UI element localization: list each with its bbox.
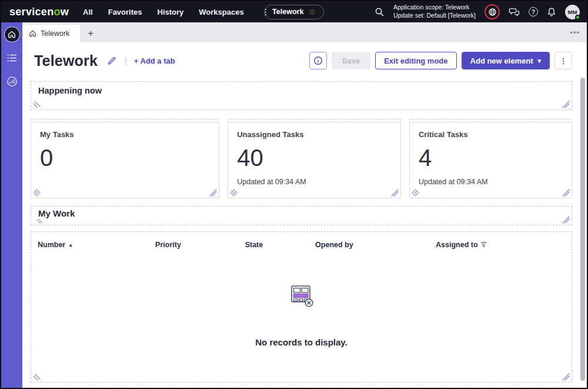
drag-handle-icon[interactable] — [33, 100, 41, 108]
info-button[interactable] — [309, 52, 327, 69]
table-empty-state: No records to display. — [31, 255, 572, 382]
my-work-table[interactable]: Number ▲ Priority State Opened by — [31, 231, 572, 383]
column-header-state[interactable]: State — [240, 241, 310, 249]
workspace-pill-label: Telework — [272, 8, 303, 16]
kpi-cards-row: My Tasks 0 — [31, 119, 572, 198]
add-new-element-button[interactable]: Add new element ▾ — [462, 52, 550, 69]
filter-funnel-icon[interactable] — [481, 242, 486, 248]
card-value: 0 — [40, 146, 210, 169]
workspace-pill[interactable]: Telework ☆ — [264, 5, 324, 19]
page-header: Telework | + Add a tab — [34, 52, 572, 69]
card-title: Critical Tasks — [419, 130, 563, 139]
card-cell: Unassigned Tasks 40 Updated at 09:34 AM — [228, 119, 401, 198]
card-updated-text: Updated at 09:34 AM — [419, 178, 487, 186]
vertical-scrollbar[interactable] — [580, 78, 585, 381]
happening-now-section[interactable]: Happening now — [31, 81, 572, 110]
happening-now-title: Happening now — [38, 86, 564, 95]
resize-handle-icon[interactable] — [209, 188, 217, 197]
no-records-message: No records to display. — [255, 337, 347, 347]
header-actions: Save Exit editing mode Add new element ▾… — [309, 52, 572, 69]
my-tasks-card[interactable]: My Tasks 0 — [31, 122, 219, 198]
resize-handle-icon[interactable] — [562, 188, 570, 197]
page-title: Telework — [34, 52, 98, 69]
app-window: servicenow All Favorites History Workspa… — [0, 0, 588, 389]
card-value: 4 — [419, 146, 563, 169]
card-cell: My Tasks 0 — [31, 119, 219, 198]
column-header-priority[interactable]: Priority — [151, 241, 240, 249]
favorite-star-icon[interactable]: ☆ — [308, 8, 316, 16]
resize-handle-icon[interactable] — [390, 188, 399, 197]
sidebar-list-icon[interactable] — [7, 54, 17, 65]
notifications-bell-icon[interactable] — [547, 7, 556, 17]
column-header-opened-by[interactable]: Opened by — [310, 241, 431, 249]
card-title: Unassigned Tasks — [237, 130, 392, 139]
card-updated-text: Updated at 09:34 AM — [237, 178, 306, 186]
column-header-number[interactable]: Number ▲ — [31, 241, 151, 249]
search-icon[interactable] — [375, 7, 385, 17]
card-title: My Tasks — [40, 130, 210, 139]
sidebar-analytics-icon[interactable] — [6, 76, 18, 89]
top-header-bar: servicenow All Favorites History Workspa… — [1, 1, 587, 22]
caret-down-icon: ▾ — [537, 57, 541, 65]
resize-handle-icon[interactable] — [562, 373, 570, 381]
drag-handle-icon[interactable] — [412, 188, 420, 197]
avatar-initials: MM — [568, 9, 577, 15]
header-utilities: Application scope: Telework Update set: … — [375, 4, 580, 19]
tab-label: Telework — [41, 29, 69, 38]
drag-handle-icon[interactable] — [36, 216, 44, 224]
critical-tasks-card[interactable]: Critical Tasks 4 Updated at 09:34 AM — [409, 122, 572, 198]
unassigned-tasks-card[interactable]: Unassigned Tasks 40 Updated at 09:34 AM — [228, 122, 401, 198]
table-header-row: Number ▲ Priority State Opened by — [31, 232, 572, 255]
nav-favorites[interactable]: Favorites — [108, 8, 142, 16]
tab-telework[interactable]: Telework — [22, 25, 80, 42]
scope-line: Application scope: Telework — [393, 4, 476, 12]
drag-handle-icon[interactable] — [33, 188, 41, 197]
logo-green-o: o — [54, 6, 60, 18]
tab-overflow-ellipsis-icon[interactable]: ••• — [570, 28, 580, 36]
my-work-title: My Work — [38, 208, 564, 218]
sort-ascending-icon[interactable]: ▲ — [68, 242, 73, 248]
my-work-section[interactable]: My Work — [31, 206, 572, 225]
header-divider: | — [125, 56, 127, 65]
primary-nav: All Favorites History Workspaces ⋮ — [83, 7, 270, 16]
chat-icon[interactable] — [509, 7, 520, 17]
help-icon[interactable]: ? — [529, 7, 538, 16]
no-records-table-icon — [288, 284, 316, 308]
save-button[interactable]: Save — [332, 52, 370, 69]
drag-handle-icon[interactable] — [230, 188, 238, 197]
add-tab-button[interactable]: + — [80, 25, 101, 42]
sidebar-home-button[interactable] — [4, 26, 20, 42]
resize-handle-icon[interactable] — [562, 215, 570, 224]
column-header-assigned-to[interactable]: Assigned to — [431, 241, 572, 249]
exit-editing-mode-button[interactable]: Exit editing mode — [375, 52, 456, 69]
nav-history[interactable]: History — [158, 8, 184, 16]
nav-workspaces[interactable]: Workspaces — [199, 8, 243, 16]
more-options-kebab-button[interactable]: ⋮ — [554, 52, 572, 69]
workspace-tab-strip: Telework + ••• — [22, 22, 587, 42]
presence-indicator — [575, 15, 580, 20]
card-value: 40 — [237, 146, 392, 169]
user-avatar[interactable]: MM — [565, 5, 580, 19]
globe-scope-button[interactable] — [485, 4, 500, 19]
left-sidebar — [1, 22, 22, 388]
servicenow-logo[interactable]: servicenow — [9, 6, 69, 18]
update-set-line: Update set: Default [Telework] — [393, 12, 476, 20]
nav-all[interactable]: All — [83, 8, 93, 16]
resize-handle-icon[interactable] — [562, 100, 570, 108]
info-icon — [313, 56, 323, 65]
edit-title-pencil-icon[interactable] — [107, 56, 116, 65]
drag-handle-icon[interactable] — [33, 373, 41, 381]
page-content: Telework | + Add a tab — [22, 42, 587, 388]
card-cell: Critical Tasks 4 Updated at 09:34 AM — [409, 119, 572, 198]
add-a-tab-link[interactable]: + Add a tab — [134, 56, 175, 65]
application-scope-text: Application scope: Telework Update set: … — [393, 4, 476, 19]
tab-home-icon — [29, 30, 36, 37]
